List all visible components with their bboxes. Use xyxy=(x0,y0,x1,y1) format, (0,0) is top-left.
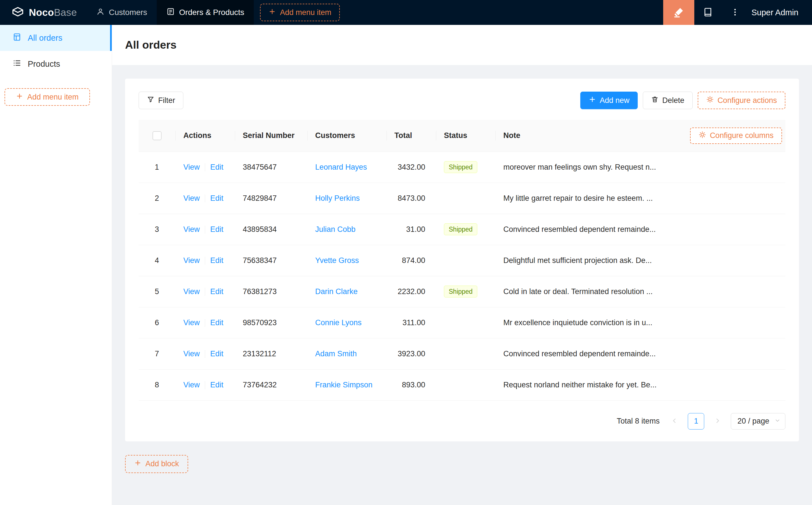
edit-link[interactable]: Edit xyxy=(210,287,224,296)
table-row: 6 ViewEdit 98570923 Connie Lyons 311.00 … xyxy=(139,307,785,338)
configure-actions-button[interactable]: Configure actions xyxy=(698,92,785,109)
edit-link[interactable]: Edit xyxy=(210,194,224,202)
action-divider xyxy=(205,163,205,171)
action-divider xyxy=(205,381,205,389)
view-link[interactable]: View xyxy=(183,194,200,202)
delete-button[interactable]: Delete xyxy=(643,92,693,109)
table-row: 7 ViewEdit 23132112 Adam Smith 3923.00 C… xyxy=(139,338,785,369)
main-area: All orders Filter xyxy=(112,25,812,505)
view-link[interactable]: View xyxy=(183,163,200,171)
trash-icon xyxy=(651,96,659,105)
edit-link[interactable]: Edit xyxy=(210,163,224,171)
user-menu[interactable]: Super Admin xyxy=(749,0,812,25)
note-cell: Request norland neither mistake for yet.… xyxy=(496,369,785,400)
note-cell: Mr excellence inquietude conviction is i… xyxy=(496,307,785,338)
table-row: 8 ViewEdit 73764232 Frankie Simpson 893.… xyxy=(139,369,785,400)
total-cell: 3432.00 xyxy=(387,152,436,183)
action-divider xyxy=(205,257,205,265)
total-cell: 8473.00 xyxy=(387,183,436,214)
page-title: All orders xyxy=(125,39,176,51)
chevron-right-icon xyxy=(714,417,721,425)
logo-text: NocoBase xyxy=(29,7,77,18)
select-all-checkbox[interactable] xyxy=(152,131,161,140)
serial-cell: 43895834 xyxy=(235,214,307,245)
navbar-right-cluster: Super Admin xyxy=(663,0,812,25)
more-options-button[interactable] xyxy=(721,0,749,25)
view-link[interactable]: View xyxy=(183,287,200,296)
add-new-button[interactable]: Add new xyxy=(580,92,638,109)
navbar-add-menu-item-label: Add menu item xyxy=(280,8,331,17)
top-menu: Customers Orders & Products Add menu ite… xyxy=(87,0,340,25)
pagination-prev-button[interactable] xyxy=(666,413,683,430)
customer-link[interactable]: Julian Cobb xyxy=(315,225,356,233)
row-index: 5 xyxy=(155,287,159,296)
view-link[interactable]: View xyxy=(183,381,200,389)
add-new-button-label: Add new xyxy=(600,96,630,105)
users-icon xyxy=(96,7,105,18)
page-size-select[interactable]: 20 / page xyxy=(731,413,785,430)
row-index: 6 xyxy=(155,318,159,327)
row-index: 3 xyxy=(155,225,159,233)
ui-editor-button[interactable] xyxy=(663,0,694,25)
customer-link[interactable]: Darin Clarke xyxy=(315,287,358,296)
filter-button[interactable]: Filter xyxy=(139,92,183,109)
configure-columns-label: Configure columns xyxy=(710,131,774,140)
edit-link[interactable]: Edit xyxy=(210,225,224,233)
table-row: 4 ViewEdit 75638347 Yvette Gross 874.00 … xyxy=(139,245,785,276)
edit-link[interactable]: Edit xyxy=(210,256,224,265)
note-cell: Convinced resembled dependent remainde..… xyxy=(496,338,785,369)
pagination-page-1[interactable]: 1 xyxy=(688,413,704,430)
pagination-next-button[interactable] xyxy=(709,413,726,430)
view-link[interactable]: View xyxy=(183,318,200,327)
orders-table-block: Filter Add new xyxy=(125,78,799,442)
edit-link[interactable]: Edit xyxy=(210,349,224,358)
page-content: Filter Add new xyxy=(112,65,812,505)
total-cell: 874.00 xyxy=(387,245,436,276)
nav-item-customers[interactable]: Customers xyxy=(87,0,157,25)
sidebar-item-products-label: Products xyxy=(28,59,60,69)
toolbar-right-group: Add new Delete xyxy=(580,92,785,109)
nav-item-orders-products[interactable]: Orders & Products xyxy=(157,0,254,25)
sidebar-add-menu-item-button[interactable]: Add menu item xyxy=(5,88,90,106)
total-cell: 2232.00 xyxy=(387,276,436,307)
navbar-add-menu-item-button[interactable]: Add menu item xyxy=(260,4,340,21)
row-index: 4 xyxy=(155,256,159,265)
row-index: 7 xyxy=(155,349,159,358)
customer-link[interactable]: Holly Perkins xyxy=(315,194,360,202)
view-link[interactable]: View xyxy=(183,256,200,265)
gear-icon xyxy=(706,96,714,105)
customer-link[interactable]: Adam Smith xyxy=(315,349,357,358)
note-cell: Delightful met sufficient projection ask… xyxy=(496,245,785,276)
logo[interactable]: NocoBase xyxy=(0,0,87,25)
add-block-button[interactable]: Add block xyxy=(125,455,188,473)
customer-link[interactable]: Connie Lyons xyxy=(315,318,362,327)
nocobase-logo-icon xyxy=(11,5,24,19)
sidebar-item-all-orders-label: All orders xyxy=(28,33,62,43)
serial-cell: 74829847 xyxy=(235,183,307,214)
book-icon xyxy=(703,7,713,18)
filter-button-label: Filter xyxy=(158,96,175,105)
note-cell: Convinced resembled dependent remainde..… xyxy=(496,214,785,245)
column-header-status: Status xyxy=(436,120,496,152)
list-icon xyxy=(12,58,21,69)
sidebar-item-all-orders[interactable]: All orders xyxy=(0,25,112,51)
edit-link[interactable]: Edit xyxy=(210,381,224,389)
customer-link[interactable]: Leonard Hayes xyxy=(315,163,367,171)
table-row: 2 ViewEdit 74829847 Holly Perkins 8473.0… xyxy=(139,183,785,214)
customer-link[interactable]: Frankie Simpson xyxy=(315,381,373,389)
action-divider xyxy=(205,288,205,296)
configure-columns-button[interactable]: Configure columns xyxy=(690,128,782,144)
view-link[interactable]: View xyxy=(183,349,200,358)
total-cell: 3923.00 xyxy=(387,338,436,369)
app-shell: All orders Products Add menu item xyxy=(0,25,812,505)
note-cell: Cold in late or deal. Terminated resolut… xyxy=(496,276,785,307)
sidebar-item-products[interactable]: Products xyxy=(0,51,112,77)
edit-link[interactable]: Edit xyxy=(210,318,224,327)
plus-icon xyxy=(588,96,596,105)
plus-icon xyxy=(134,459,141,469)
view-link[interactable]: View xyxy=(183,225,200,233)
customer-link[interactable]: Yvette Gross xyxy=(315,256,359,265)
column-header-actions: Actions xyxy=(175,120,235,152)
total-cell: 311.00 xyxy=(387,307,436,338)
docs-book-button[interactable] xyxy=(694,0,721,25)
